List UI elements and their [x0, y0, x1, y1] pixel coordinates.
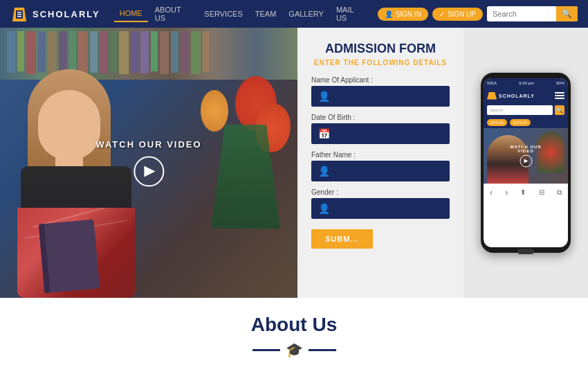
nav-services[interactable]: SERVICES [199, 6, 248, 21]
phone-bookmarks-icon[interactable]: ⊟ [539, 188, 544, 196]
play-icon [144, 166, 155, 177]
hero-section: WATCH OUR VIDEO [0, 28, 297, 298]
about-title: About Us [251, 314, 337, 336]
svg-rect-4 [17, 16, 21, 17]
logo-text: SCHOLARLY [33, 9, 100, 19]
play-button[interactable] [134, 157, 164, 187]
submit-button[interactable]: SUBM... [311, 229, 373, 249]
phone-forward-icon[interactable]: › [505, 188, 508, 197]
nav-team[interactable]: TEAM [250, 6, 282, 21]
video-overlay: WATCH OUR VIDEO [95, 139, 201, 187]
user-icon: 👤 [385, 10, 393, 18]
phone-home-button[interactable] [517, 249, 534, 254]
phone-video-overlay: WATCH OUR VIDEO [505, 145, 547, 168]
phone-share-icon[interactable]: ⬆ [520, 188, 526, 196]
nav-gallery[interactable]: GALLERY [283, 6, 329, 21]
signup-button[interactable]: ✓ SIGN UP [432, 8, 483, 21]
phone-section: IDEA 9:20 pm 50% SCHOLARLY [463, 28, 588, 298]
divider-right [309, 349, 336, 351]
person-icon: 👤 [318, 91, 330, 102]
phone-back-icon[interactable]: ‹ [490, 188, 493, 197]
header-actions: 👤 SIGN IN ✓ SIGN UP 🔍 [378, 6, 578, 21]
admission-subtitle: ENTER THE FOLLOWING DETAILS [311, 59, 450, 66]
about-section: About Us 🎓 [0, 298, 588, 374]
phone-logo-icon [487, 92, 497, 100]
dob-field-group: Date Of Birth : 📅 [311, 114, 450, 144]
name-field-group: Name Of Applicant : 👤 [311, 76, 450, 107]
person3-icon: 👤 [318, 203, 330, 214]
phone-play-icon [524, 159, 529, 163]
father-field-group: Father Name : 👤 [311, 151, 450, 181]
phone-search-placeholder: Search [490, 108, 503, 112]
father-input[interactable]: 👤 [311, 161, 450, 181]
calendar-icon: 📅 [318, 128, 330, 139]
phone-signin-row: SIGN IN SIGN UP [484, 117, 568, 128]
phone-screen: IDEA 9:20 pm 50% SCHOLARLY [484, 78, 568, 247]
phone-mockup: IDEA 9:20 pm 50% SCHOLARLY [481, 73, 571, 253]
phone-status-bar: IDEA 9:20 pm 50% [484, 78, 568, 88]
phone-signin-button[interactable]: SIGN IN [487, 119, 507, 126]
name-label: Name Of Applicant : [311, 76, 450, 84]
header: SCHOLARLY HOME ABOUT US SERVICES TEAM GA… [0, 0, 588, 28]
phone-nav: SCHOLARLY [484, 88, 568, 103]
phone-battery: 50% [556, 81, 564, 85]
phone-logo-text: SCHOLARLY [499, 93, 535, 98]
books [7, 31, 210, 74]
search-input[interactable] [487, 7, 556, 21]
search-box: 🔍 [487, 6, 578, 21]
gender-input[interactable]: 👤 [311, 198, 450, 219]
dob-label: Date Of Birth : [311, 114, 450, 121]
phone-logo: SCHOLARLY [487, 92, 552, 100]
graduation-icon: 🎓 [286, 341, 303, 358]
phone-hero: WATCH OUR VIDEO [484, 128, 568, 184]
logo-icon [10, 6, 28, 21]
phone-search-button[interactable]: 🔍 [555, 105, 564, 115]
svg-rect-2 [17, 12, 21, 13]
father-label: Father Name : [311, 151, 450, 159]
svg-rect-3 [17, 14, 21, 15]
phone-menu-icon[interactable] [555, 92, 564, 99]
phone-carrier: IDEA [487, 81, 497, 85]
name-input[interactable]: 👤 [311, 86, 450, 107]
phone-bottom-bar: ‹ › ⬆ ⊟ ⧉ [484, 184, 568, 200]
nav-home[interactable]: HOME [114, 6, 148, 22]
nav-about[interactable]: ABOUT US [149, 2, 198, 26]
dob-input[interactable]: 📅 [311, 123, 450, 144]
person2-icon: 👤 [318, 166, 330, 177]
main-nav: HOME ABOUT US SERVICES TEAM GALLERY MAIL… [114, 2, 371, 26]
check-icon: ✓ [439, 10, 445, 18]
signin-button[interactable]: 👤 SIGN IN [378, 8, 428, 21]
admission-title: ADMISSION FORM [311, 42, 450, 56]
admission-section: ADMISSION FORM ENTER THE FOLLOWING DETAI… [297, 28, 463, 298]
phone-video-text: WATCH OUR VIDEO [505, 145, 547, 153]
phone-search-input[interactable]: Search [487, 105, 553, 115]
phone-time: 9:20 pm [519, 81, 534, 85]
divider-left [252, 349, 280, 351]
flowers [201, 76, 291, 229]
nav-mail[interactable]: MAIL US [331, 2, 371, 26]
phone-signup-button[interactable]: SIGN UP [510, 119, 531, 126]
phone-search-row: Search 🔍 [484, 103, 568, 117]
search-button[interactable]: 🔍 [556, 6, 578, 21]
phone-tabs-icon[interactable]: ⧉ [557, 188, 562, 197]
phone-play-button[interactable] [520, 155, 532, 168]
logo[interactable]: SCHOLARLY [10, 6, 100, 21]
video-text: WATCH OUR VIDEO [95, 139, 201, 150]
gender-label: Gender : [311, 188, 450, 196]
main-area: WATCH OUR VIDEO ADMISSION FORM ENTER THE… [0, 28, 588, 298]
gender-field-group: Gender : 👤 [311, 188, 450, 219]
about-divider: 🎓 [252, 341, 336, 358]
